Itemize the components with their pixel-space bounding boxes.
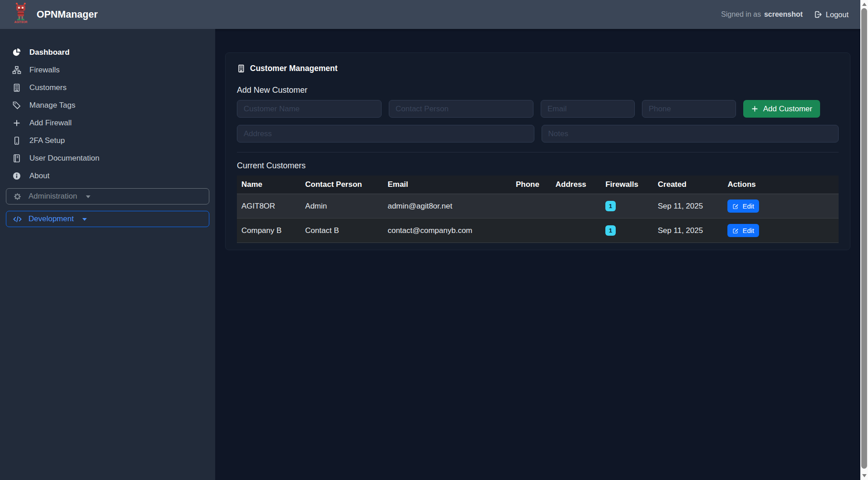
- section-divider: [237, 152, 839, 152]
- cell-email: admin@agit8or.net: [383, 194, 511, 219]
- cell-firewalls: 1: [601, 194, 653, 219]
- notes-input[interactable]: [542, 125, 839, 143]
- administration-label: Administration: [28, 192, 77, 201]
- column-header-address: Address: [551, 176, 601, 194]
- sidebar-item-label: Customers: [29, 83, 66, 92]
- cell-firewalls: 1: [601, 219, 653, 243]
- cell-contact-person: Contact B: [301, 219, 383, 243]
- edit-label: Edit: [742, 227, 754, 234]
- cell-phone: [511, 219, 551, 243]
- book-icon: [12, 154, 21, 163]
- sidebar-item-label: User Documentation: [29, 154, 99, 163]
- agit8or-robot-logo-icon: AGIT8OR: [12, 3, 30, 26]
- scrollbar-thumb[interactable]: [861, 8, 867, 469]
- edit-button[interactable]: Edit: [727, 200, 759, 213]
- customers-table: Name Contact Person Email Phone Address …: [237, 176, 839, 243]
- phone-input[interactable]: [642, 100, 736, 118]
- add-customer-form: Add Customer: [237, 100, 839, 143]
- caret-down-icon: [86, 195, 90, 198]
- cell-email: contact@companyb.com: [383, 219, 511, 243]
- sidebar-item-label: Add Firewall: [29, 119, 72, 128]
- email-input[interactable]: [541, 100, 635, 118]
- top-navbar: AGIT8OR OPNManager Signed in asscreensho…: [0, 0, 860, 29]
- brand[interactable]: AGIT8OR OPNManager: [12, 3, 98, 26]
- column-header-firewalls: Firewalls: [601, 176, 653, 194]
- column-header-name: Name: [237, 176, 301, 194]
- signed-in-prefix: Signed in as: [721, 10, 761, 18]
- main-content: Customer Management Add New Customer: [215, 29, 860, 480]
- logout-icon: [814, 10, 822, 19]
- sidebar-item-dashboard[interactable]: Dashboard: [0, 43, 215, 61]
- pencil-square-icon: [732, 228, 739, 234]
- building-icon: [12, 83, 21, 92]
- sidebar: Dashboard Firewalls: [0, 29, 215, 480]
- administration-menu-button[interactable]: Administration: [6, 188, 209, 204]
- add-new-customer-heading: Add New Customer: [237, 86, 839, 95]
- cell-contact-person: Admin: [301, 194, 383, 219]
- sidebar-item-manage-tags[interactable]: Manage Tags: [0, 96, 215, 114]
- card-title: Customer Management: [237, 64, 839, 73]
- gear-icon: [13, 192, 22, 201]
- customer-row: AGIT8OR Admin admin@agit8or.net 1 Sep 11…: [237, 194, 839, 219]
- sidebar-item-firewalls[interactable]: Firewalls: [0, 61, 215, 79]
- scrollbar-down-arrow-icon[interactable]: [862, 474, 867, 477]
- contact-person-input[interactable]: [389, 100, 533, 118]
- scrollbar[interactable]: [860, 0, 868, 480]
- plus-icon: [751, 105, 759, 113]
- column-header-contact-person: Contact Person: [301, 176, 383, 194]
- info-circle-icon: [12, 171, 21, 181]
- diagram-icon: [12, 66, 21, 75]
- pencil-square-icon: [732, 203, 739, 209]
- sidebar-item-2fa-setup[interactable]: 2FA Setup: [0, 132, 215, 149]
- pie-chart-icon: [12, 48, 21, 57]
- card-title-text: Customer Management: [250, 64, 338, 73]
- column-header-actions: Actions: [723, 176, 839, 194]
- add-customer-label: Add Customer: [763, 105, 812, 114]
- signed-in-text: Signed in asscreenshot: [721, 10, 802, 19]
- cell-address: [551, 194, 601, 219]
- building-icon: [237, 64, 245, 73]
- table-header-row: Name Contact Person Email Phone Address …: [237, 176, 839, 194]
- sidebar-item-label: About: [29, 171, 49, 181]
- plus-icon: [12, 119, 21, 128]
- cell-actions: Edit: [723, 194, 839, 219]
- current-customers-heading: Current Customers: [237, 161, 839, 171]
- code-icon: [13, 215, 22, 223]
- app-window: AGIT8OR OPNManager Signed in asscreensho…: [0, 0, 860, 480]
- sidebar-item-label: 2FA Setup: [29, 136, 65, 145]
- cell-name: Company B: [237, 219, 301, 243]
- firewall-count-badge: 1: [605, 201, 616, 211]
- sidebar-item-add-firewall[interactable]: Add Firewall: [0, 114, 215, 132]
- cell-created: Sep 11, 2025: [653, 194, 723, 219]
- cell-actions: Edit: [723, 219, 839, 243]
- development-label: Development: [28, 214, 74, 223]
- cell-phone: [511, 194, 551, 219]
- logout-button[interactable]: Logout: [814, 10, 849, 19]
- sidebar-item-label: Firewalls: [29, 66, 60, 75]
- address-input[interactable]: [237, 125, 534, 143]
- tags-icon: [12, 101, 21, 110]
- sidebar-item-label: Dashboard: [29, 48, 70, 57]
- edit-label: Edit: [742, 202, 754, 210]
- phone-icon: [12, 136, 21, 145]
- column-header-created: Created: [653, 176, 723, 194]
- column-header-email: Email: [383, 176, 511, 194]
- sidebar-item-label: Manage Tags: [29, 101, 75, 110]
- svg-text:AGIT8OR: AGIT8OR: [14, 20, 28, 24]
- logout-label: Logout: [826, 10, 849, 19]
- customer-row: Company B Contact B contact@companyb.com…: [237, 219, 839, 243]
- sidebar-item-user-documentation[interactable]: User Documentation: [0, 149, 215, 167]
- customer-name-input[interactable]: [237, 100, 382, 118]
- sidebar-item-customers[interactable]: Customers: [0, 79, 215, 96]
- cell-name: AGIT8OR: [237, 194, 301, 219]
- brand-title: OPNManager: [37, 9, 98, 20]
- add-customer-button[interactable]: Add Customer: [743, 100, 820, 118]
- development-menu-button[interactable]: Development: [6, 211, 209, 227]
- customer-management-card: Customer Management Add New Customer: [225, 52, 850, 250]
- firewall-count-badge: 1: [605, 225, 616, 236]
- caret-down-icon: [82, 218, 87, 221]
- edit-button[interactable]: Edit: [727, 224, 759, 237]
- cell-created: Sep 11, 2025: [653, 219, 723, 243]
- scrollbar-up-arrow-icon[interactable]: [862, 3, 867, 6]
- sidebar-item-about[interactable]: About: [0, 167, 215, 185]
